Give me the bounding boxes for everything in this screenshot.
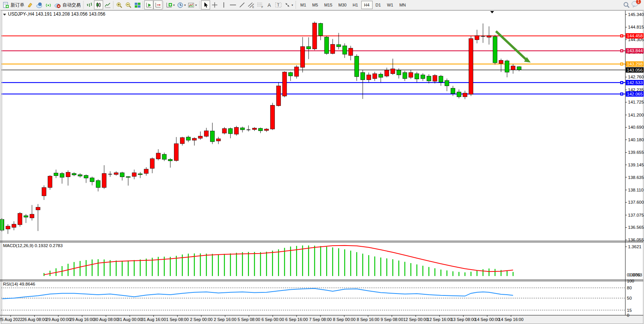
trendline-button[interactable]: [238, 0, 247, 10]
candle-body: [487, 35, 491, 37]
candle-body: [48, 176, 52, 188]
candle-body: [120, 173, 124, 177]
timeframe-button-M5[interactable]: M5: [309, 1, 321, 9]
price-tick-label: 144.815: [628, 25, 644, 29]
candle-body: [451, 88, 455, 94]
candle-body: [186, 137, 190, 140]
candle-body: [415, 74, 419, 79]
rsi-axis-label: 80: [627, 286, 632, 290]
tile-windows-button[interactable]: [133, 0, 142, 10]
time-tick-label: 13 Sep 08:00: [451, 317, 476, 322]
candle-body: [301, 46, 305, 67]
templates-dropdown-arrow[interactable]: ▾: [195, 3, 197, 7]
toolbar-group-scroll: [144, 0, 163, 10]
periods-dropdown-arrow[interactable]: ▾: [184, 3, 186, 7]
periods-button[interactable]: ▾: [176, 0, 187, 10]
time-tick-label: 12 Sep 00:00: [403, 317, 428, 322]
candle-body: [36, 207, 40, 210]
timeframe-button-MN[interactable]: MN: [396, 1, 409, 9]
arrows-dropdown-arrow[interactable]: ▾: [292, 3, 293, 7]
cursor-button[interactable]: [201, 0, 210, 10]
candle-body: [361, 72, 365, 80]
candle-body: [409, 72, 413, 77]
indicators-button[interactable]: ▾: [165, 0, 176, 10]
candle-body: [138, 174, 142, 175]
arrows-button[interactable]: ▾: [283, 0, 294, 10]
signals-button[interactable]: [44, 0, 53, 10]
toolbar-separator: [163, 1, 164, 9]
zoom-in-button[interactable]: [115, 0, 124, 10]
market-button[interactable]: [35, 0, 44, 10]
chart-shift-button[interactable]: [153, 0, 163, 10]
candle-body: [0, 219, 4, 230]
signals-icon: [45, 2, 52, 8]
new-order-label: 新订单: [11, 2, 24, 8]
candle-body: [84, 176, 88, 178]
svg-text:F: F: [261, 6, 263, 8]
time-tick-label: 30 Aug 08:00: [94, 317, 118, 322]
macd-axis-min: 0.0763: [629, 273, 642, 277]
line-chart-button[interactable]: [103, 0, 112, 10]
timeframe-button-W1[interactable]: W1: [384, 1, 397, 9]
timeframe-button-H4[interactable]: H4: [361, 1, 373, 9]
timeframe-button-M1[interactable]: M1: [297, 1, 309, 9]
candlestick-chart-button[interactable]: [94, 0, 103, 10]
toolbar-group-zoom: [115, 0, 142, 10]
bar-chart-button[interactable]: [85, 0, 94, 10]
time-tick-label: 6 Sep 16:00: [285, 317, 308, 322]
candle-body: [457, 92, 461, 97]
price-tick-label: 140.690: [628, 125, 644, 129]
rsi-label: RSI(14) 49.8646: [3, 282, 35, 286]
templates-button[interactable]: ▾: [187, 0, 198, 10]
indicators-dropdown-arrow[interactable]: ▾: [173, 3, 175, 7]
candle-body: [505, 61, 509, 72]
autotrading-button[interactable]: 自动交易: [53, 0, 82, 10]
zoom-out-button[interactable]: [124, 0, 133, 10]
candle-body: [42, 188, 46, 196]
timeframe-button-H1[interactable]: H1: [349, 1, 361, 9]
price-tick-label: 137.075: [628, 213, 644, 217]
candle-body: [168, 160, 172, 161]
chat-button[interactable]: 1: [631, 1, 639, 9]
svg-text:A: A: [268, 2, 271, 8]
text-label-button[interactable]: T: [274, 0, 283, 10]
fibonacci-button[interactable]: F: [256, 0, 265, 10]
new-order-button[interactable]: 新订单: [2, 0, 26, 10]
candle-body: [312, 23, 317, 49]
rsi-axis-label: 50: [627, 296, 632, 300]
price-label-text: 143.298: [627, 62, 643, 66]
chart-canvas[interactable]: 145.340144.815144.305143.790143.275142.7…: [0, 10, 644, 324]
candle-body: [469, 38, 473, 94]
candle-body: [12, 224, 16, 227]
horizontal-line-button[interactable]: [228, 0, 238, 10]
candle-body: [306, 46, 311, 49]
price-tick-label: 139.145: [628, 163, 644, 167]
time-tick-label: 31 Aug 16:00: [141, 317, 166, 322]
candle-body: [355, 56, 359, 77]
tile-windows-icon: [134, 2, 141, 8]
candle-body: [265, 129, 269, 131]
price-label-text: 142.533: [627, 80, 643, 85]
equidistant-channel-button[interactable]: E: [247, 0, 256, 10]
price-tick-label: 141.200: [628, 113, 644, 117]
time-tick-label: 7 Sep 08:00: [309, 317, 332, 322]
candle-body: [439, 76, 443, 82]
candle-body: [198, 136, 202, 138]
crosshair-icon: [212, 2, 218, 8]
timeframe-button-D1[interactable]: D1: [373, 1, 384, 9]
timeframe-button-M15[interactable]: M15: [321, 1, 335, 9]
chart-shift-icon: [155, 2, 161, 8]
candlestick-chart-icon: [96, 2, 102, 8]
text-label-icon: T: [275, 2, 282, 8]
candle-body: [66, 172, 70, 177]
candle-body: [30, 214, 34, 218]
search-button[interactable]: [622, 0, 631, 10]
crosshair-button[interactable]: [210, 0, 219, 10]
metaeditor-button[interactable]: [26, 0, 35, 10]
vertical-line-button[interactable]: [219, 0, 228, 10]
text-button[interactable]: A: [265, 0, 274, 10]
timeframe-button-M30[interactable]: M30: [335, 1, 349, 9]
time-tick-label: 1 Sep 08:00: [166, 317, 189, 322]
candle-body: [385, 70, 389, 76]
auto-scroll-button[interactable]: [144, 0, 153, 10]
